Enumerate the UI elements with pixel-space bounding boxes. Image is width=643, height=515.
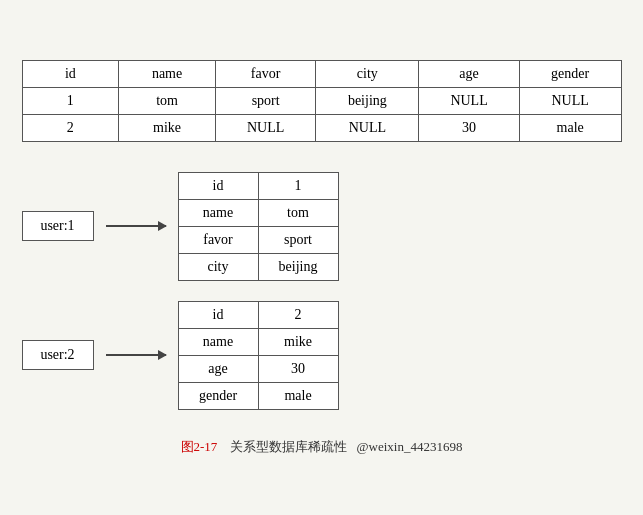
table-cell: NULL — [316, 114, 419, 141]
detail-cell: mike — [258, 328, 338, 355]
detail-cell: sport — [258, 226, 338, 253]
detail-cell: 2 — [258, 301, 338, 328]
table-cell: male — [519, 114, 621, 141]
main-container: idnamefavorcityagegender1tomsportbeijing… — [22, 60, 622, 456]
sections: user:1id1nametomfavorsportcitybeijinguse… — [22, 172, 622, 410]
detail-cell: tom — [258, 199, 338, 226]
top-table-header: age — [419, 60, 519, 87]
table-cell: 30 — [419, 114, 519, 141]
caption-title: 关系型数据库稀疏性 — [230, 439, 347, 454]
detail-table: id2namemikeage30gendermale — [178, 301, 339, 410]
detail-table: id1nametomfavorsportcitybeijing — [178, 172, 339, 281]
user-box: user:2 — [22, 340, 94, 370]
detail-cell: city — [178, 253, 258, 280]
detail-cell: id — [178, 301, 258, 328]
top-table-header: gender — [519, 60, 621, 87]
top-table: idnamefavorcityagegender1tomsportbeijing… — [22, 60, 622, 142]
detail-cell: age — [178, 355, 258, 382]
user-box: user:1 — [22, 211, 94, 241]
table-cell: 2 — [22, 114, 119, 141]
caption-author: @weixin_44231698 — [357, 439, 463, 454]
caption-figure-id: 图2-17 — [181, 439, 218, 454]
arrow — [106, 354, 166, 356]
section-row: user:1id1nametomfavorsportcitybeijing — [22, 172, 622, 281]
section-row: user:2id2namemikeage30gendermale — [22, 301, 622, 410]
detail-cell: gender — [178, 382, 258, 409]
table-cell: NULL — [419, 87, 519, 114]
detail-cell: name — [178, 199, 258, 226]
table-cell: NULL — [519, 87, 621, 114]
detail-cell: name — [178, 328, 258, 355]
table-cell: tom — [119, 87, 216, 114]
detail-cell: beijing — [258, 253, 338, 280]
top-table-header: name — [119, 60, 216, 87]
arrow — [106, 225, 166, 227]
table-cell: mike — [119, 114, 216, 141]
table-cell: beijing — [316, 87, 419, 114]
caption: 图2-17 关系型数据库稀疏性 @weixin_44231698 — [22, 438, 622, 456]
arrow-line — [106, 354, 166, 356]
top-table-header: city — [316, 60, 419, 87]
table-cell: sport — [215, 87, 315, 114]
table-cell: NULL — [215, 114, 315, 141]
detail-cell: male — [258, 382, 338, 409]
arrow-line — [106, 225, 166, 227]
top-table-header: id — [22, 60, 119, 87]
top-table-header: favor — [215, 60, 315, 87]
detail-cell: 1 — [258, 172, 338, 199]
detail-cell: 30 — [258, 355, 338, 382]
detail-cell: id — [178, 172, 258, 199]
table-cell: 1 — [22, 87, 119, 114]
detail-cell: favor — [178, 226, 258, 253]
